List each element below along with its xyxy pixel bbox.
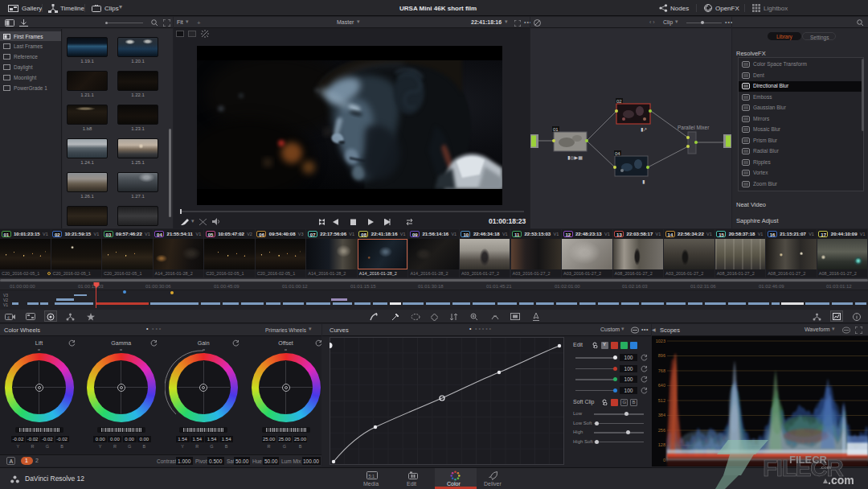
svg-text:4: 4 (7, 315, 10, 320)
svg-text:0: 0 (663, 458, 665, 462)
svg-text:▮↗: ▮↗ (641, 127, 647, 132)
svg-text:768: 768 (658, 368, 665, 373)
svg-text:512: 512 (658, 398, 665, 403)
svg-text:▮: ▮ (642, 179, 645, 184)
svg-text:640: 640 (658, 383, 665, 388)
svg-text:256: 256 (658, 428, 665, 433)
svg-text:896: 896 (658, 353, 665, 358)
svg-text:04: 04 (615, 151, 620, 156)
svg-text:1023: 1023 (656, 339, 665, 343)
svg-text:5:1: 5:1 (369, 474, 375, 479)
svg-text:128: 128 (658, 442, 665, 447)
svg-text:01: 01 (553, 127, 559, 132)
svg-text:384: 384 (658, 413, 665, 417)
svg-text:02: 02 (616, 99, 622, 104)
svg-text:FILECR: FILECR (789, 454, 828, 466)
svg-text:.com: .com (828, 474, 854, 487)
svg-text:Parallel Mixer: Parallel Mixer (678, 125, 710, 130)
svg-text:▮◎▶▦: ▮◎▶▦ (567, 155, 583, 160)
svg-text:.com: .com (820, 465, 831, 470)
